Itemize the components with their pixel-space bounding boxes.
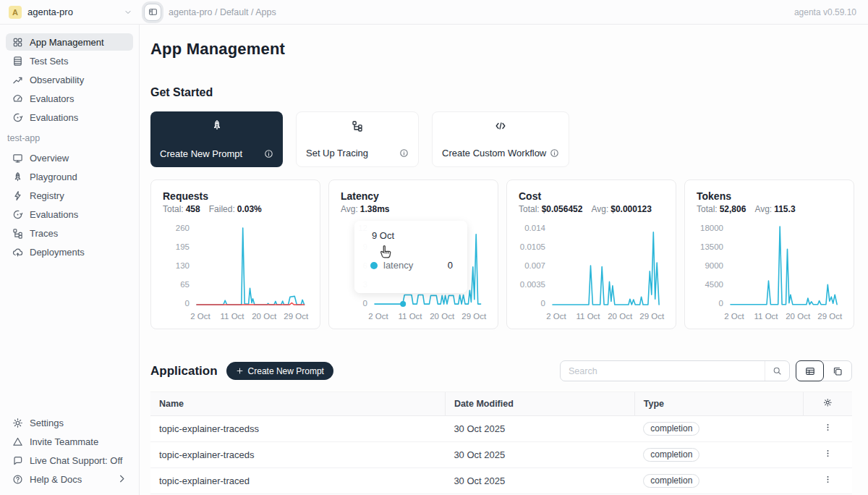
sidebar-item-live-chat-support-off[interactable]: Live Chat Support: Off — [6, 452, 133, 469]
sidebar-item-evaluations[interactable]: Evaluations — [6, 206, 133, 223]
row-actions-button[interactable] — [803, 441, 852, 468]
y-axis: 1800013500900045000 — [697, 224, 729, 308]
sidebar-item-test-sets[interactable]: Test Sets — [6, 52, 133, 69]
type-badge: completion — [643, 474, 699, 488]
help-icon — [12, 474, 23, 485]
metric-stat: Avg:$0.000123 — [591, 204, 652, 214]
sidebar-item-settings[interactable]: Settings — [6, 414, 133, 431]
x-axis: 2 Oct11 Oct20 Oct29 Oct — [195, 312, 308, 322]
observability-icon — [12, 75, 23, 85]
sidebar-item-evaluations[interactable]: Evaluations — [6, 109, 133, 126]
create-custom-workflow-card[interactable]: Create Custom Workflow — [432, 111, 569, 167]
row-actions-button[interactable] — [803, 468, 852, 494]
search-button[interactable] — [765, 361, 789, 381]
get-started-heading: Get Started — [150, 86, 852, 99]
table-view-button[interactable] — [796, 360, 824, 381]
y-axis-tick: 0.0035 — [520, 280, 545, 289]
search-box — [560, 360, 790, 381]
row-actions-button[interactable] — [803, 415, 852, 441]
y-axis-tick: 130 — [176, 261, 190, 270]
info-icon[interactable] — [264, 149, 273, 158]
card-view-button[interactable] — [823, 361, 851, 381]
info-icon[interactable] — [550, 148, 559, 158]
app-grid-icon — [12, 37, 23, 48]
invite-icon — [12, 436, 23, 447]
sidebar-item-registry[interactable]: Registry — [6, 187, 133, 204]
sidebar-item-overview[interactable]: Overview — [6, 149, 133, 166]
column-settings-button[interactable] — [803, 392, 852, 416]
application-heading: Application — [150, 364, 218, 378]
table-row[interactable]: topic-explainer-traced 30 Oct 2025 compl… — [150, 468, 852, 494]
column-header-type[interactable]: Type — [634, 392, 803, 416]
info-icon[interactable] — [399, 148, 409, 158]
metric-stat: Total:$0.056452 — [519, 204, 582, 214]
line-chart-cost[interactable] — [551, 224, 664, 308]
table-row[interactable]: topic-explainer-tracedss 30 Oct 2025 com… — [150, 415, 852, 441]
app-name[interactable]: topic-explainer-tracedss — [150, 415, 445, 441]
sidebar-item-evaluators[interactable]: Evaluators — [6, 90, 133, 107]
metric-title: Tokens — [697, 190, 842, 202]
sidebar-item-help-docs[interactable]: Help & Docs — [6, 470, 133, 488]
breadcrumb[interactable]: agenta-pro / Default / Apps — [169, 7, 276, 17]
search-icon — [773, 366, 782, 376]
sidebar-item-deployments[interactable]: Deployments — [6, 243, 133, 261]
rocket-icon — [12, 172, 23, 182]
evaluations-icon — [12, 209, 23, 220]
gear-icon — [12, 418, 23, 428]
sidebar-item-app-management[interactable]: App Management — [6, 33, 133, 51]
sidebar-item-observability[interactable]: Observability — [6, 71, 133, 88]
page-title: App Management — [150, 40, 852, 59]
sidebar-item-label: Playground — [30, 172, 77, 182]
create-new-prompt-card[interactable]: Create New Prompt — [150, 111, 283, 167]
plus-icon — [236, 367, 244, 375]
evaluations-icon — [12, 112, 23, 123]
chev-right-icon — [116, 473, 127, 484]
metric-stat: Avg:1.38ms — [341, 204, 390, 214]
button-label: Create New Prompt — [248, 366, 324, 376]
line-chart-tokens[interactable] — [729, 224, 842, 308]
sidebar-group-test-app: test-app — [7, 133, 132, 143]
metric-card-requests: Requests Total:458Failed:0.03% 260195130… — [150, 179, 320, 329]
monitor-icon — [12, 153, 23, 164]
gear-icon — [823, 398, 833, 407]
column-header-name[interactable]: Name — [150, 392, 445, 416]
mouse-cursor-icon — [378, 244, 393, 262]
sidebar-item-playground[interactable]: Playground — [6, 168, 133, 185]
x-axis: 2 Oct11 Oct20 Oct29 Oct — [551, 312, 664, 322]
y-axis: 0.0140.01050.0070.00350 — [519, 224, 551, 308]
y-axis-tick: 0 — [185, 299, 190, 308]
card-label: Set Up Tracing — [306, 148, 368, 158]
app-name[interactable]: topic-explainer-traced — [150, 468, 445, 494]
metric-stats: Total:458Failed:0.03% — [163, 204, 308, 214]
x-axis-tick: 20 Oct — [786, 312, 810, 321]
main-content: App Management Get Started Create New Pr… — [140, 25, 868, 495]
column-header-date-modified[interactable]: Date Modified — [445, 392, 634, 416]
table-row[interactable]: topic-explainer-traceds 30 Oct 2025 comp… — [150, 441, 852, 468]
sidebar-item-label: Help & Docs — [30, 474, 82, 485]
y-axis-tick: 0.014 — [524, 224, 545, 232]
chevron-down-icon — [124, 8, 132, 17]
search-input[interactable] — [561, 366, 765, 376]
sidebar-item-invite-teammate[interactable]: Invite Teammate — [6, 433, 133, 450]
app-name[interactable]: topic-explainer-traceds — [150, 441, 445, 468]
metric-title: Latency — [341, 190, 486, 202]
card-view-icon — [833, 366, 843, 376]
set-up-tracing-card[interactable]: Set Up Tracing — [296, 111, 419, 167]
sidebar-item-label: Evaluators — [30, 93, 74, 104]
y-axis-tick: 0 — [541, 299, 545, 308]
code-icon — [442, 120, 559, 132]
sidebar-item-label: Overview — [30, 153, 69, 164]
create-new-prompt-button[interactable]: Create New Prompt — [226, 362, 333, 380]
y-axis: 260195130650 — [163, 224, 195, 308]
y-axis-tick: 0.007 — [524, 261, 545, 270]
metric-card-cost: Cost Total:$0.056452Avg:$0.000123 0.0140… — [506, 179, 676, 329]
sidebar-toggle-button[interactable] — [144, 4, 161, 21]
line-chart-requests[interactable] — [195, 224, 308, 308]
x-axis-tick: 29 Oct — [461, 312, 486, 321]
sidebar-item-traces[interactable]: Traces — [6, 224, 133, 242]
x-axis: 2 Oct11 Oct20 Oct29 Oct — [729, 312, 842, 322]
kebab-icon — [823, 449, 833, 458]
metric-stats: Avg:1.38ms — [341, 204, 486, 214]
type-badge: completion — [643, 448, 699, 462]
workspace-selector[interactable]: A agenta-pro — [0, 0, 140, 24]
